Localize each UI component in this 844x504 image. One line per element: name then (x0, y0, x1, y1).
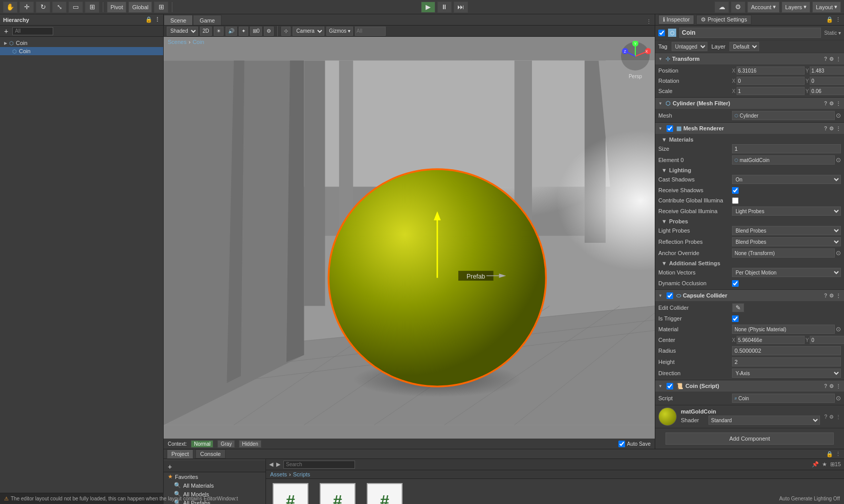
transform-title[interactable]: ▼ ⊹ Transform ? ⚙ ⋮ (655, 53, 844, 64)
shading-select[interactable]: Shaded (167, 27, 198, 36)
script-target[interactable]: ⊙ (836, 395, 841, 402)
mr-info[interactable]: ? (824, 126, 827, 131)
mf-more[interactable]: ⋮ (836, 101, 841, 106)
step-button[interactable]: ⏭ (454, 2, 468, 13)
scene-view[interactable]: Scenes › Coin (164, 37, 655, 449)
auto-save-checkbox[interactable] (618, 441, 625, 447)
coin-script-title[interactable]: ▼ 📜 Coin (Script) ? ⚙ ⋮ (655, 380, 844, 392)
pause-button[interactable]: ⏸ (437, 2, 452, 13)
element0-ref[interactable]: ⬡ matGoldCoin (732, 155, 835, 165)
rotate-tool[interactable]: ↻ (36, 2, 50, 13)
dynamic-occlusion-checkbox[interactable] (732, 280, 739, 287)
mat-info-icon[interactable]: ? (824, 414, 827, 420)
path-scripts[interactable]: Scripts (293, 471, 310, 477)
hierarchy-search[interactable] (12, 27, 53, 35)
hierarchy-item-coin-root[interactable]: ▶ ⬡ Coin (0, 39, 163, 47)
anchor-target[interactable]: ⊙ (836, 249, 841, 257)
grid-toggle[interactable]: ⊞0 (250, 27, 262, 36)
layer-select[interactable]: Default (729, 42, 759, 51)
camera-select[interactable]: Camera (293, 27, 324, 36)
hand-tool[interactable]: ✋ (3, 2, 17, 13)
transform-info[interactable]: ? (824, 56, 827, 62)
layout-dropdown[interactable]: Layout ▾ (812, 2, 841, 13)
rect-tool[interactable]: ▭ (69, 2, 83, 13)
is-trigger-checkbox[interactable] (732, 315, 739, 322)
scale-x-input[interactable] (737, 87, 805, 95)
favorites-item[interactable]: ★ Favorites (164, 472, 265, 481)
scale-y-input[interactable] (810, 87, 844, 95)
cloud-button[interactable]: ⚙ (731, 2, 745, 13)
bottom-more[interactable]: ⋮ (835, 451, 841, 457)
materials-subsection[interactable]: ▼ Materials (655, 135, 844, 143)
render-scale[interactable]: ⚙ (264, 27, 274, 36)
obj-active-checkbox[interactable] (658, 30, 665, 36)
all-materials-item[interactable]: 🔍 All Materials (164, 481, 265, 490)
tag-select[interactable]: Untagged (672, 42, 707, 51)
2d-button[interactable]: 2D (200, 27, 212, 36)
lighting-button[interactable]: ☀ (214, 27, 224, 36)
light-probes-select[interactable]: Blend Probes (732, 226, 841, 235)
lighting-subsection[interactable]: ▼ Lighting (655, 166, 844, 174)
inspector-lock[interactable]: 🔒 (826, 16, 833, 23)
account-dropdown[interactable]: Account ▾ (747, 2, 780, 13)
scene-tab-scene[interactable]: Scene (164, 15, 193, 25)
cc-gear[interactable]: ⚙ (829, 293, 834, 299)
mesh-value[interactable]: ⬡ Cylinder (732, 111, 835, 120)
cs-gear[interactable]: ⚙ (829, 383, 834, 389)
grid-button[interactable]: ⊞ (154, 2, 168, 13)
anchor-override-ref[interactable]: None (Transform) (732, 248, 835, 258)
file-item[interactable]: # Timer (364, 483, 405, 504)
tab-project[interactable]: Project (167, 449, 193, 459)
scene-move[interactable]: ⊹ (281, 27, 291, 36)
files-star[interactable]: ★ (822, 461, 827, 468)
file-item[interactable]: # test (317, 483, 358, 504)
height-input[interactable] (732, 357, 841, 366)
tab-inspector[interactable]: ℹ Inspector (658, 15, 694, 25)
additional-subsection[interactable]: ▼ Additional Settings (655, 259, 844, 267)
audio-button[interactable]: 🔊 (226, 27, 237, 36)
mat-shader-select[interactable]: Standard (708, 416, 820, 425)
files-back-btn[interactable]: ◀ (269, 461, 273, 468)
files-slider[interactable]: ⊞15 (830, 461, 841, 468)
bottom-lock[interactable]: 🔒 (826, 451, 833, 457)
tab-project-settings[interactable]: ⚙ Project Settings (696, 15, 751, 25)
reflection-probes-select[interactable]: Blend Probes (732, 237, 841, 246)
mf-info[interactable]: ? (824, 101, 827, 106)
mr-enabled-checkbox[interactable] (667, 125, 673, 132)
hierarchy-add-button[interactable]: + (2, 27, 10, 35)
context-gray-btn[interactable]: Gray (217, 440, 235, 448)
obj-name-input[interactable] (679, 28, 821, 38)
mesh-renderer-title[interactable]: ▼ ▦ Mesh Renderer ? ⚙ ⋮ (655, 123, 844, 134)
files-pin[interactable]: 📌 (812, 461, 819, 468)
cs-info[interactable]: ? (824, 383, 827, 389)
cast-shadows-select[interactable]: On (732, 175, 841, 184)
project-add-btn[interactable]: + (166, 463, 174, 471)
collab-button[interactable]: ☁ (715, 2, 729, 13)
pos-y-input[interactable] (810, 66, 844, 75)
mr-gear[interactable]: ⚙ (829, 126, 834, 131)
add-component-button[interactable]: Add Component (665, 432, 834, 445)
breadcrumb-coin[interactable]: Coin (192, 39, 204, 45)
scene-search[interactable] (355, 27, 386, 36)
mr-more[interactable]: ⋮ (836, 126, 841, 131)
rot-y-input[interactable] (810, 77, 844, 85)
fx-button[interactable]: ✦ (239, 27, 248, 36)
breadcrumb-scenes[interactable]: Scenes (168, 39, 187, 45)
hierarchy-lock-icon[interactable]: 🔒 (145, 16, 152, 23)
tab-console[interactable]: Console (195, 449, 225, 459)
files-forward-btn[interactable]: ▶ (276, 461, 280, 468)
edit-collider-btn[interactable]: ✎ (732, 303, 744, 312)
path-assets[interactable]: Assets (270, 471, 287, 477)
scale-tool[interactable]: ⤡ (52, 2, 66, 13)
element0-target[interactable]: ⊙ (836, 156, 841, 164)
play-button[interactable]: ▶ (421, 2, 435, 13)
pivot-button[interactable]: Pivot (107, 2, 126, 13)
mat-more[interactable]: ⋮ (836, 414, 841, 420)
capsule-collider-title[interactable]: ▼ ⬭ Capsule Collider ? ⚙ ⋮ (655, 290, 844, 301)
material-target[interactable]: ⊙ (836, 326, 841, 333)
cc-enabled-checkbox[interactable] (667, 292, 673, 299)
mesh-filter-title[interactable]: ▼ ⬡ Cylinder (Mesh Filter) ? ⚙ ⋮ (655, 98, 844, 109)
cc-more[interactable]: ⋮ (836, 293, 841, 299)
context-hidden-btn[interactable]: Hidden (239, 440, 261, 448)
center-x-input[interactable] (737, 336, 805, 344)
